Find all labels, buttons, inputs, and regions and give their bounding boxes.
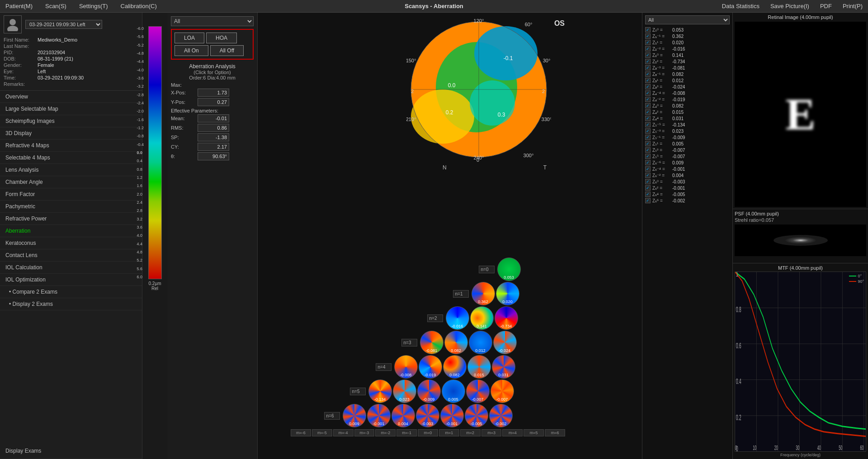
svg-text:10: 10 <box>753 444 756 450</box>
svg-point-26 <box>774 235 828 246</box>
zernike-z6m6: ✓ Z₆⁻⁶ = 0.009 <box>645 160 730 165</box>
zernike-check-z3m1[interactable]: ✓ <box>645 71 651 77</box>
map-type-select[interactable]: All <box>171 16 254 26</box>
zernike-check-z1m1[interactable]: ✓ <box>645 33 651 39</box>
nav-contact-lens[interactable]: Contact Lens <box>0 249 142 262</box>
menu-calibration[interactable]: Calibration(C) <box>119 2 159 10</box>
menu-save-picture[interactable]: Save Picture(I) <box>769 2 811 10</box>
nav-large-map[interactable]: Large Selectable Map <box>0 103 142 115</box>
m-label-4: m=4 <box>502 429 523 436</box>
nav-3d-display[interactable]: 3D Display <box>0 127 142 140</box>
nav-refractive-maps[interactable]: Refractive 4 Maps <box>0 140 142 152</box>
svg-text:0.2: 0.2 <box>736 414 741 422</box>
hoa-button[interactable]: HOA <box>206 33 237 43</box>
nav-aberration[interactable]: Aberration <box>0 225 142 237</box>
menu-scan[interactable]: Scan(S) <box>43 2 68 10</box>
nav-iol-opt[interactable]: IOL Optimization <box>0 274 142 286</box>
nav-lens-analysis[interactable]: Lens Analysis <box>0 164 142 176</box>
nav-compare-2[interactable]: • Compare 2 Exams <box>0 286 142 298</box>
nav-form-factor[interactable]: Form Factor <box>0 188 142 201</box>
zernike-check-z11[interactable]: ✓ <box>645 40 651 45</box>
m-label-m5: m=-5 <box>312 429 332 436</box>
nav-iol-calc[interactable]: IOL Calculation <box>0 262 142 274</box>
psf-title: PSF (4.00mm pupil) <box>735 211 866 216</box>
cell-4-1: -0.019 <box>419 355 442 379</box>
nav-refractive-power[interactable]: Refractive Power <box>0 213 142 225</box>
zernike-check-z6m4[interactable]: ✓ <box>645 166 651 172</box>
cell-5-3: 0.005 <box>442 379 465 403</box>
info-time: Time: 03-29-2021 09:09:30 <box>4 75 138 80</box>
theta-input[interactable] <box>198 152 229 160</box>
zernike-check-z55[interactable]: ✓ <box>645 154 651 159</box>
zernike-check-z2m2[interactable]: ✓ <box>645 46 651 52</box>
nav-chamber-angle[interactable]: Chamber Angle <box>0 176 142 188</box>
nav-keratoconus[interactable]: Keratoconus <box>0 237 142 249</box>
click-option[interactable]: (Click for Option) <box>171 70 254 75</box>
xpos-input[interactable] <box>198 89 229 97</box>
cell-5-1: 0.023 <box>393 379 416 403</box>
nav-scheimpflug[interactable]: Scheimpflug Images <box>0 115 142 127</box>
sp-input[interactable] <box>198 133 229 141</box>
svg-text:120°: 120° <box>474 18 484 23</box>
control-panel: All LOA HOA All On All Off Aberration An <box>167 13 258 459</box>
all-on-button[interactable]: All On <box>175 45 208 56</box>
zernike-check-z42[interactable]: ✓ <box>645 109 651 115</box>
menu-patient[interactable]: Patient(M) <box>4 2 34 10</box>
mean-input[interactable] <box>198 114 229 122</box>
menu-pdf[interactable]: PDF <box>818 2 834 10</box>
nav-overview[interactable]: Overview <box>0 91 142 103</box>
nav-selectable-maps[interactable]: Selectable 4 Maps <box>0 152 142 164</box>
zernike-display-select[interactable]: All <box>645 15 730 24</box>
cell-6-1: -0.001 <box>367 404 391 427</box>
zernike-check-z60[interactable]: ✓ <box>645 179 651 184</box>
mtf-title: MTF (4.00mm pupil) <box>735 265 866 271</box>
svg-text:0.4: 0.4 <box>736 378 741 386</box>
cell-4-2: 0.082 <box>443 355 467 379</box>
exam-select[interactable]: 03-29-2021 09:09:30 Left <box>25 20 102 29</box>
rms-input[interactable] <box>198 124 229 132</box>
svg-text:300°: 300° <box>524 153 534 158</box>
nav-pachymetric[interactable]: Pachymetric <box>0 201 142 213</box>
cell-5-5: -0.007 <box>491 379 514 403</box>
zernike-check-z00[interactable]: ✓ <box>645 27 651 33</box>
cy-input[interactable] <box>198 143 229 151</box>
menu-bar: Patient(M) Scan(S) Settings(T) Calibrati… <box>0 0 868 13</box>
zernike-check-z5m3[interactable]: ✓ <box>645 128 651 134</box>
zernike-z6m4: ✓ Z₆⁻⁴ = -0.001 <box>645 166 730 172</box>
zernike-check-z40[interactable]: ✓ <box>645 103 651 108</box>
zernike-check-z44[interactable]: ✓ <box>645 116 651 121</box>
zernike-check-z62[interactable]: ✓ <box>645 185 651 191</box>
zernike-z1m1: ✓ Z₁⁻¹ = 0.362 <box>645 33 730 39</box>
pyramid-row-3: n=3 -0.081 0.082 0.012 -0.024 <box>271 331 642 354</box>
m-label-m4: m=-4 <box>333 429 354 436</box>
zernike-check-z31[interactable]: ✓ <box>645 78 651 83</box>
zernike-check-z6m2[interactable]: ✓ <box>645 173 651 178</box>
pyramid-row-1: n=1 0.362 0.020 <box>271 282 642 305</box>
zernike-check-z22[interactable]: ✓ <box>645 59 651 64</box>
zernike-check-z6m6[interactable]: ✓ <box>645 160 651 165</box>
menu-settings[interactable]: Settings(T) <box>77 2 110 10</box>
zernike-check-z5m5[interactable]: ✓ <box>645 122 651 127</box>
zernike-check-z53[interactable]: ✓ <box>645 147 651 153</box>
nav-display-2[interactable]: • Display 2 Exams <box>0 298 142 310</box>
zernike-check-z51[interactable]: ✓ <box>645 141 651 146</box>
zernike-check-z66[interactable]: ✓ <box>645 198 651 203</box>
zernike-list: ✓ Z₀⁰ = 0.053 ✓ Z₁⁻¹ = 0.362 ✓ Z₁¹ = 0.0… <box>645 27 730 203</box>
zernike-check-z33[interactable]: ✓ <box>645 84 651 89</box>
zernike-check-z64[interactable]: ✓ <box>645 192 651 197</box>
zernike-check-z20[interactable]: ✓ <box>645 52 651 58</box>
menu-print[interactable]: Print(P) <box>841 2 864 10</box>
window-title: Scansys - Aberration <box>405 3 463 9</box>
display-exams-button[interactable]: Display Exams <box>0 443 142 459</box>
menu-data-stats[interactable]: Data Statistics <box>720 2 761 10</box>
all-off-button[interactable]: All Off <box>210 45 244 56</box>
svg-text:0.3: 0.3 <box>498 112 505 118</box>
cell-6-5: -0.005 <box>465 404 488 427</box>
loa-button[interactable]: LOA <box>175 33 204 43</box>
zernike-check-z4m2[interactable]: ✓ <box>645 97 651 102</box>
zernike-check-z5m1[interactable]: ✓ <box>645 135 651 140</box>
zernike-check-z3m3[interactable]: ✓ <box>645 65 651 70</box>
zernike-check-z4m4[interactable]: ✓ <box>645 90 651 96</box>
ypos-input[interactable] <box>198 98 229 106</box>
svg-text:60°: 60° <box>525 22 533 27</box>
